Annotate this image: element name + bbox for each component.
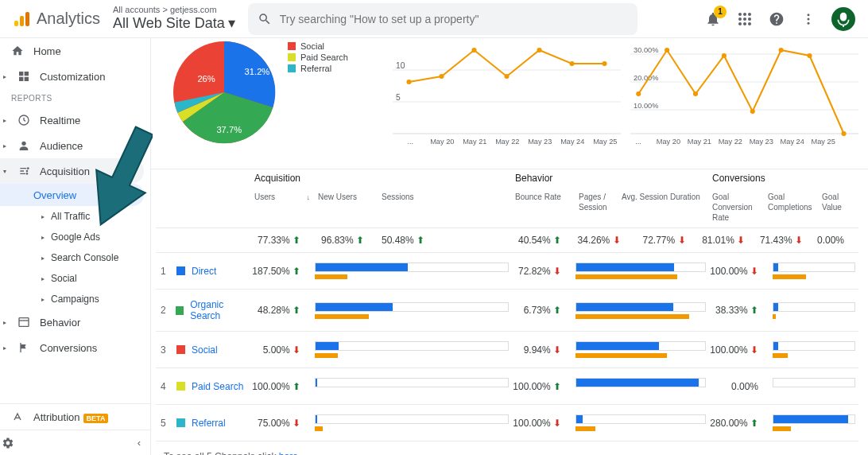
account-selector[interactable]: All accounts > getjess.com All Web Site …	[113, 5, 235, 33]
chevron-left-icon: ‹	[138, 437, 141, 449]
channel-link[interactable]: Direct	[192, 266, 216, 277]
col-bounce[interactable]: Bounce Rate	[512, 192, 575, 223]
svg-rect-20	[19, 318, 29, 327]
col-users[interactable]: Users↓	[251, 192, 315, 223]
sidebar-item-home[interactable]: Home	[0, 38, 150, 64]
bar-new-users	[315, 341, 512, 358]
svg-text:37.7%: 37.7%	[216, 125, 242, 134]
svg-point-17	[26, 170, 27, 171]
sidebar-item-realtime[interactable]: Realtime	[0, 107, 150, 133]
svg-point-57	[807, 53, 812, 58]
svg-text:May 20: May 20	[430, 138, 454, 146]
col-goal-rate[interactable]: Goal Conversion Rate	[709, 192, 765, 223]
svg-text:May 24: May 24	[781, 138, 804, 146]
see-all-channels: To see all 5 Channels click here.	[156, 441, 858, 455]
svg-text:May 20: May 20	[657, 138, 680, 146]
sidebar-sub-google-ads[interactable]: Google Ads	[0, 227, 150, 247]
search-box[interactable]	[248, 3, 637, 35]
search-input[interactable]	[280, 13, 628, 25]
sidebar: Home Customization REPORTS Realtime Audi…	[0, 38, 151, 455]
bar-new-users	[315, 414, 512, 431]
analytics-logo-icon	[13, 10, 30, 28]
svg-text:...: ...	[407, 138, 413, 146]
channel-link[interactable]: Referral	[192, 418, 226, 429]
svg-text:26%: 26%	[197, 74, 215, 84]
sidebar-item-conversions[interactable]: Conversions	[0, 335, 150, 360]
breadcrumb: All accounts > getjess.com	[113, 5, 235, 15]
svg-point-56	[779, 48, 784, 52]
cat-conversions: Conversions	[709, 173, 858, 184]
svg-rect-2	[25, 12, 29, 26]
sidebar-item-behavior[interactable]: Behavior	[0, 309, 150, 335]
col-goal-completions[interactable]: Goal Completions	[765, 192, 819, 223]
svg-point-54	[722, 53, 727, 58]
help-icon[interactable]	[768, 10, 785, 28]
svg-text:May 22: May 22	[495, 138, 519, 146]
bar-goal-completions	[773, 262, 858, 279]
table-row: 1 Direct187.50% ⬆72.82% ⬇100.00% ⬇	[156, 253, 858, 290]
svg-text:30.00%: 30.00%	[634, 46, 658, 54]
svg-point-6	[738, 18, 742, 21]
gear-icon[interactable]	[2, 436, 14, 450]
col-goal-value[interactable]: Goal Value	[819, 192, 858, 223]
sidebar-item-customization[interactable]: Customization	[0, 64, 150, 89]
header-actions: 1	[704, 7, 855, 31]
channel-link[interactable]: Organic Search	[190, 299, 251, 321]
bar-pages-session	[575, 414, 709, 431]
table-row: 5 Referral75.00% ⬇100.00% ⬇280.00% ⬆	[156, 405, 858, 441]
table-row: 3 Social5.00% ⬇9.94% ⬇100.00% ⬇	[156, 332, 858, 368]
reports-section-label: REPORTS	[0, 89, 150, 107]
svg-text:May 24: May 24	[560, 138, 584, 146]
attribution-icon	[11, 410, 24, 423]
notifications-icon[interactable]: 1	[704, 10, 722, 28]
svg-point-4	[743, 13, 746, 16]
svg-point-52	[665, 48, 669, 52]
table-row: 2 Organic Search48.28% ⬆6.73% ⬆38.33% ⬆	[156, 290, 858, 332]
svg-text:10.00%: 10.00%	[634, 102, 658, 110]
apps-icon[interactable]	[736, 10, 754, 28]
person-icon	[17, 139, 30, 152]
svg-text:...: ...	[635, 138, 641, 146]
svg-point-19	[26, 173, 27, 174]
bar-new-users	[315, 262, 512, 279]
sidebar-item-audience[interactable]: Audience	[0, 133, 150, 158]
svg-point-55	[750, 109, 755, 114]
svg-point-30	[406, 80, 411, 84]
svg-rect-0	[14, 21, 18, 26]
svg-text:5: 5	[396, 93, 401, 102]
svg-text:May 25: May 25	[593, 138, 617, 146]
sidebar-sub-search-console[interactable]: Search Console	[0, 247, 150, 268]
account-avatar[interactable]	[831, 7, 855, 31]
sidebar-sub-all-traffic[interactable]: All Traffic	[0, 206, 150, 227]
svg-point-16	[21, 142, 25, 146]
col-sessions[interactable]: Sessions	[378, 192, 442, 223]
col-avg-duration[interactable]: Avg. Session Duration	[614, 192, 709, 223]
svg-text:May 23: May 23	[528, 138, 552, 146]
bar-new-users	[315, 378, 512, 395]
bar-new-users	[315, 302, 512, 319]
see-all-link[interactable]: here	[279, 451, 298, 455]
customization-icon	[17, 70, 30, 83]
channel-link[interactable]: Paid Search	[192, 381, 243, 392]
svg-point-9	[738, 22, 742, 25]
logo[interactable]: Analytics	[13, 10, 100, 28]
clock-icon	[17, 114, 30, 126]
svg-point-13	[808, 18, 810, 20]
sidebar-item-attribution[interactable]: AttributionBETA	[0, 404, 150, 430]
col-pages-session[interactable]: Pages / Session	[575, 192, 614, 223]
svg-point-7	[743, 18, 746, 21]
pie-chart-area: 26% 31.2% 37.7% Social Paid Search Refer…	[161, 38, 383, 165]
col-new-users[interactable]: New Users	[315, 192, 378, 223]
sidebar-sub-social[interactable]: Social	[0, 268, 150, 289]
channel-link[interactable]: Social	[192, 344, 218, 356]
logo-text: Analytics	[37, 10, 100, 28]
sidebar-sub-campaigns[interactable]: Campaigns	[0, 289, 150, 309]
sidebar-collapse-button[interactable]: ‹	[0, 430, 150, 455]
more-icon[interactable]	[800, 10, 817, 28]
sidebar-sub-overview[interactable]: Overview	[0, 184, 144, 206]
cat-acquisition: Acquisition	[251, 173, 512, 184]
line-chart-conversion: 30.00% 20.00% 10.00% ... May 20 May 21 M…	[630, 38, 858, 165]
svg-point-11	[748, 22, 751, 25]
sidebar-item-acquisition[interactable]: Acquisition	[0, 158, 144, 184]
line-chart-users: 10 5 ... May 20 May 21 May 22 May 23 May…	[393, 38, 621, 165]
